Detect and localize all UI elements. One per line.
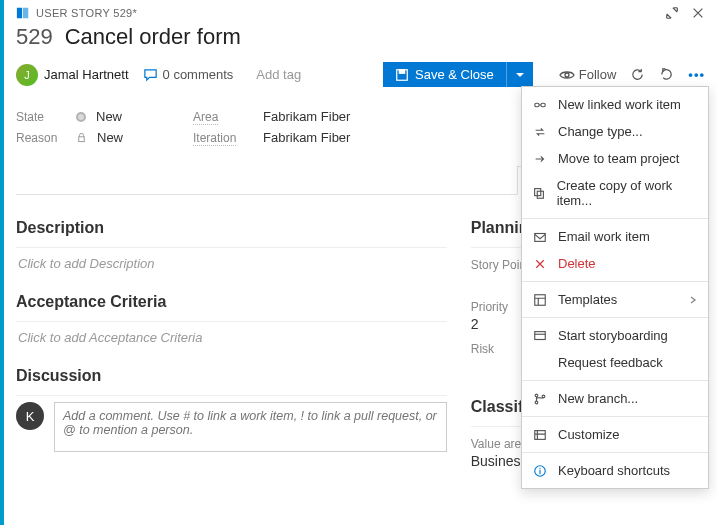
comments-button[interactable]: 0 comments: [143, 67, 234, 82]
acceptance-input[interactable]: Click to add Acceptance Criteria: [18, 330, 447, 345]
iteration-label: Iteration: [193, 131, 259, 145]
menu-delete[interactable]: Delete: [522, 250, 708, 277]
menu-move-team[interactable]: Move to team project: [522, 145, 708, 172]
copy-icon: [532, 186, 547, 200]
svg-rect-12: [535, 331, 546, 339]
undo-icon[interactable]: [659, 67, 674, 82]
add-tag-button[interactable]: Add tag: [247, 63, 310, 86]
svg-rect-10: [535, 233, 546, 241]
change-type-icon: [532, 125, 548, 139]
discussion-heading: Discussion: [16, 367, 447, 385]
svg-rect-0: [17, 8, 22, 19]
svg-rect-11: [535, 294, 546, 305]
menu-templates[interactable]: Templates: [522, 286, 708, 313]
menu-new-linked[interactable]: New linked work item: [522, 91, 708, 118]
more-actions-button[interactable]: •••: [688, 67, 705, 82]
work-item-title[interactable]: Cancel order form: [65, 24, 241, 50]
save-icon: [395, 68, 409, 82]
assignee-name: Jamal Hartnett: [44, 67, 129, 82]
discussion-input[interactable]: [54, 402, 447, 452]
state-dot-icon: [76, 112, 86, 122]
expand-icon[interactable]: [665, 6, 679, 20]
templates-icon: [532, 293, 548, 307]
comment-icon: [143, 67, 158, 82]
work-item-type-icon: [16, 6, 30, 20]
follow-button[interactable]: Follow: [559, 67, 617, 83]
avatar: J: [16, 64, 38, 86]
menu-storyboard[interactable]: Start storyboarding: [522, 322, 708, 349]
menu-feedback[interactable]: Request feedback: [522, 349, 708, 376]
refresh-icon[interactable]: [630, 67, 645, 82]
acceptance-heading: Acceptance Criteria: [16, 293, 447, 311]
follow-label: Follow: [579, 67, 617, 82]
delete-icon: [532, 258, 548, 270]
link-add-icon: [532, 98, 548, 112]
customize-icon: [532, 428, 548, 442]
menu-create-copy[interactable]: Create copy of work item...: [522, 172, 708, 214]
description-input[interactable]: Click to add Description: [18, 256, 447, 271]
svg-rect-3: [399, 69, 404, 73]
svg-point-14: [535, 401, 538, 404]
reason-value[interactable]: New: [97, 130, 123, 145]
svg-point-15: [542, 395, 545, 398]
info-icon: [532, 464, 548, 478]
reason-label: Reason: [16, 131, 72, 145]
work-item-id: 529: [16, 24, 53, 50]
svg-rect-1: [23, 8, 28, 19]
svg-rect-6: [535, 103, 539, 107]
branch-icon: [532, 392, 548, 406]
svg-point-4: [565, 73, 569, 77]
save-dropdown-button[interactable]: [506, 62, 533, 87]
svg-rect-5: [79, 137, 85, 142]
save-close-button[interactable]: Save & Close: [383, 62, 533, 87]
comments-count: 0 comments: [163, 67, 234, 82]
state-label: State: [16, 110, 72, 124]
area-label: Area: [193, 110, 259, 124]
area-value[interactable]: Fabrikam Fiber: [263, 109, 350, 124]
menu-change-type[interactable]: Change type...: [522, 118, 708, 145]
state-value[interactable]: New: [96, 109, 122, 124]
more-actions-menu: New linked work item Change type... Move…: [521, 86, 709, 489]
assignee-field[interactable]: J Jamal Hartnett: [16, 64, 129, 86]
move-icon: [532, 152, 548, 166]
storyboard-icon: [532, 329, 548, 343]
svg-rect-7: [541, 103, 545, 107]
svg-point-13: [535, 394, 538, 397]
menu-new-branch[interactable]: New branch...: [522, 385, 708, 412]
eye-icon: [559, 67, 575, 83]
description-heading: Description: [16, 219, 447, 237]
menu-shortcuts[interactable]: Keyboard shortcuts: [522, 457, 708, 484]
lock-icon: [76, 132, 87, 143]
email-icon: [532, 230, 548, 244]
chevron-right-icon: [688, 295, 698, 305]
menu-customize[interactable]: Customize: [522, 421, 708, 448]
current-user-avatar: K: [16, 402, 44, 430]
close-icon[interactable]: [691, 6, 705, 20]
save-label: Save & Close: [415, 67, 494, 82]
svg-rect-16: [535, 430, 546, 439]
iteration-value[interactable]: Fabrikam Fiber: [263, 130, 350, 145]
work-item-type-label: USER STORY 529*: [36, 7, 137, 19]
menu-email[interactable]: Email work item: [522, 223, 708, 250]
